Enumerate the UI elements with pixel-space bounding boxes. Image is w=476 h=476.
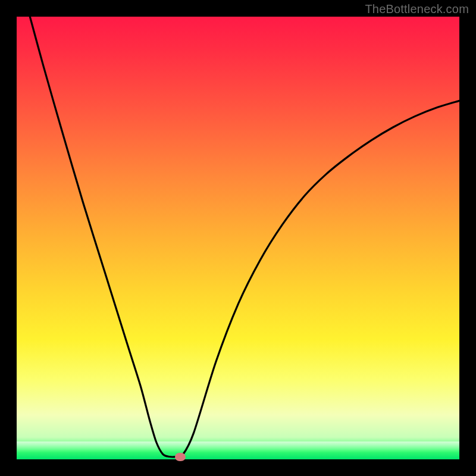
- minimum-marker: [175, 453, 186, 461]
- curve-svg: [17, 17, 459, 459]
- bottleneck-curve-path: [30, 17, 459, 457]
- chart-frame: TheBottleneck.com: [0, 0, 476, 476]
- watermark-text: TheBottleneck.com: [365, 2, 469, 16]
- plot-area: [17, 17, 459, 459]
